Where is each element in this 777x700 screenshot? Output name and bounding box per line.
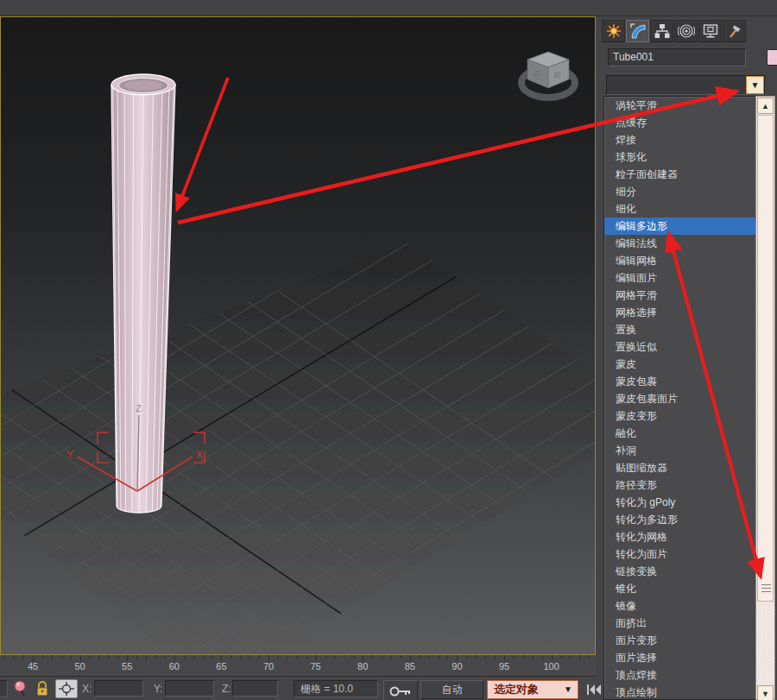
timeline-tick-label: 50	[67, 661, 93, 672]
go-to-start-button[interactable]	[585, 682, 603, 697]
viewcube[interactable]: 左 前	[521, 52, 575, 98]
timeline-tick	[52, 655, 53, 659]
motion-icon	[678, 22, 695, 40]
modifier-item[interactable]: 转化为 gPoly	[604, 494, 755, 511]
modifier-item[interactable]: 补洞	[604, 442, 755, 459]
pushpin-icon[interactable]	[12, 679, 29, 698]
timeline-tick	[533, 655, 534, 659]
tab-display[interactable]	[698, 20, 722, 42]
scroll-down-button[interactable]: ▼	[757, 685, 774, 700]
timeline-tick	[316, 655, 317, 661]
modifier-item[interactable]: 编辑多边形	[604, 218, 755, 235]
modifier-item[interactable]: 顶点焊接	[604, 666, 755, 684]
modifier-item[interactable]: 涡轮平滑	[604, 97, 755, 114]
timeline-tick	[98, 655, 99, 659]
tab-hierarchy[interactable]	[650, 20, 673, 42]
modifier-item[interactable]: 球形化	[604, 148, 755, 166]
viewcube-left-label: 左	[533, 69, 540, 78]
timeline-tick	[372, 655, 373, 659]
modifier-item[interactable]: 点缓存	[604, 114, 755, 131]
z-coordinate-field[interactable]	[232, 680, 278, 697]
timeline-tick	[542, 655, 543, 659]
display-icon	[702, 22, 719, 40]
modifier-item[interactable]: 贴图缩放器	[604, 459, 755, 476]
modifier-item[interactable]: 细化	[604, 200, 755, 218]
viewport-canvas: X Y Z 左 前	[1, 17, 595, 654]
timeline-tick-label: 60	[161, 661, 187, 672]
modifier-item[interactable]: 融化	[604, 425, 755, 442]
timeline-tick	[90, 655, 91, 659]
set-keys-button[interactable]	[383, 680, 418, 700]
timeline-tick	[523, 655, 524, 659]
modifier-item[interactable]: 编辑面片	[604, 269, 755, 287]
timeline-tick	[561, 655, 562, 659]
tab-create[interactable]	[602, 20, 625, 42]
modifier-item[interactable]: 蒙皮包裹面片	[604, 390, 755, 407]
modifier-item[interactable]: 细分	[604, 183, 755, 200]
timeline-tick	[231, 655, 231, 659]
modifier-item[interactable]: 锥化	[604, 580, 755, 597]
timeline-tick	[136, 655, 137, 659]
modifier-item[interactable]: 顶点绘制	[604, 684, 755, 700]
modifier-item[interactable]: 转化为多边形	[604, 511, 755, 528]
timeline-tick	[447, 655, 448, 659]
lock-selection-icon[interactable]	[35, 680, 50, 697]
modifier-dropdown-arrow-button[interactable]: ▼	[746, 76, 764, 94]
perspective-viewport[interactable]: X Y Z 左 前	[0, 16, 596, 655]
axis-z-label: Z	[136, 403, 142, 413]
y-coordinate-field[interactable]	[165, 680, 214, 697]
timeline-tick	[401, 655, 401, 659]
modifier-item[interactable]: 网格平滑	[604, 287, 755, 304]
modifier-item[interactable]: 网格选择	[604, 304, 755, 321]
modifier-item[interactable]: 转化为网格	[604, 528, 755, 545]
modifier-item[interactable]: 链接变换	[604, 563, 755, 580]
tab-utilities[interactable]	[723, 20, 746, 42]
arc-icon	[629, 22, 647, 40]
modifier-item[interactable]: 编辑法线	[604, 235, 755, 252]
modifier-list-scrollbar[interactable]: ▲ ▼	[755, 96, 775, 700]
scroll-thumb-grips	[761, 584, 771, 595]
timeline-tick-label: 75	[303, 661, 329, 672]
modifier-dropdown[interactable]: ▼	[606, 75, 765, 95]
object-color-swatch[interactable]	[767, 49, 777, 66]
timeline-tick	[552, 655, 553, 661]
tube-object[interactable]	[111, 74, 175, 513]
modifier-item[interactable]: 面片变形	[604, 632, 755, 649]
timeline-tick	[495, 655, 496, 659]
modifier-item[interactable]: 路径变形	[604, 476, 755, 494]
timeline-tick	[325, 655, 326, 659]
scroll-thumb[interactable]	[757, 115, 774, 602]
modifier-item[interactable]: 面挤出	[604, 615, 755, 632]
timeline-tick	[240, 655, 241, 659]
home-grid	[1, 17, 595, 654]
timeline-ruler[interactable]: 4550556065707580859095100	[0, 655, 596, 677]
timeline-tick	[334, 655, 335, 659]
timeline-tick	[420, 655, 420, 659]
modifier-item[interactable]: 转化为面片	[604, 545, 755, 563]
modifier-item[interactable]: 焊接	[604, 131, 755, 148]
modifier-item[interactable]: 置换	[604, 321, 755, 338]
timeline-tick	[589, 655, 590, 659]
modifier-item[interactable]: 粒子面创建器	[604, 166, 755, 183]
tab-motion[interactable]	[674, 20, 698, 42]
timeline-tick	[579, 655, 580, 659]
x-coordinate-field[interactable]	[94, 680, 143, 697]
timeline-tick-label: 85	[397, 661, 423, 672]
timeline-tick	[146, 655, 147, 659]
scroll-up-button[interactable]: ▲	[757, 98, 774, 114]
modifier-item[interactable]: 编辑网格	[604, 252, 755, 269]
modifier-item[interactable]: 蒙皮变形	[604, 407, 755, 425]
tab-modify[interactable]	[626, 20, 649, 42]
timeline-tick-label: 90	[444, 661, 470, 672]
object-name-field[interactable]: Tube001	[608, 48, 746, 66]
modifier-item[interactable]: 镜像	[604, 597, 755, 615]
modifier-item[interactable]: 蒙皮	[604, 356, 755, 373]
timeline-tick	[155, 655, 156, 659]
modifier-item[interactable]: 置换近似	[604, 338, 755, 356]
absolute-mode-icon[interactable]	[55, 679, 78, 698]
key-filters-dropdown[interactable]: 选定对象 ▼	[487, 680, 578, 699]
modifier-item[interactable]: 蒙皮包裹	[604, 373, 755, 390]
modifier-item[interactable]: 面片选择	[604, 649, 755, 666]
auto-key-button[interactable]: 自动	[420, 680, 483, 699]
timeline-tick-label: 65	[208, 661, 234, 672]
